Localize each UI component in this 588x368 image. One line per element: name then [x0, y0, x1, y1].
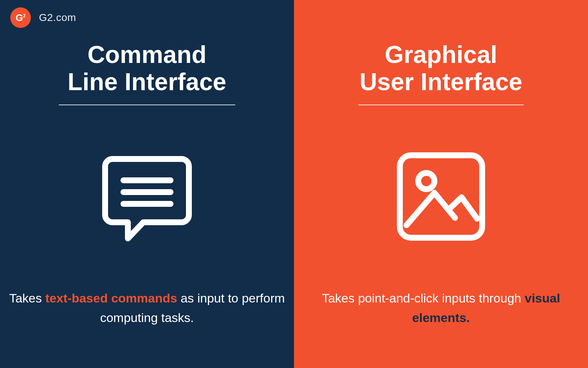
g2-logo-icon: G2: [10, 7, 31, 28]
brand: G2 G2.com: [10, 7, 76, 28]
divider: [358, 105, 524, 105]
comparison-diagram: G2 G2.com Command Line Interface: [0, 0, 588, 368]
brand-badge-g: G: [16, 12, 23, 23]
speech-bubble-icon: [99, 149, 195, 244]
desc-pre: Takes: [9, 291, 45, 305]
image-picture-icon: [393, 149, 489, 244]
gui-icon-slot: [393, 138, 489, 255]
title-line2: User Interface: [359, 68, 522, 95]
panel-gui-title: Graphical User Interface: [358, 41, 524, 96]
panel-gui-description: Takes point-and-click inputs through vis…: [294, 289, 588, 327]
brand-badge-sup: 2: [23, 13, 26, 18]
title-line1: Command: [87, 41, 207, 68]
cli-icon-slot: [99, 138, 195, 255]
panel-cli-title: Command Line Interface: [59, 41, 235, 96]
desc-emphasis: text-based commands: [45, 291, 177, 305]
svg-point-4: [418, 173, 434, 189]
title-line1: Graphical: [385, 41, 497, 68]
panel-gui-header: Graphical User Interface: [358, 41, 524, 105]
panel-cli-header: Command Line Interface: [59, 41, 235, 105]
panel-gui: Graphical User Interface Takes point-and…: [294, 0, 588, 368]
brand-label: G2.com: [39, 12, 76, 24]
panel-cli: G2 G2.com Command Line Interface: [0, 0, 294, 368]
panel-cli-description: Takes text-based commands as input to pe…: [0, 289, 294, 327]
divider: [59, 105, 235, 105]
title-line2: Line Interface: [68, 68, 226, 95]
desc-pre: Takes point-and-click inputs through: [322, 291, 525, 305]
